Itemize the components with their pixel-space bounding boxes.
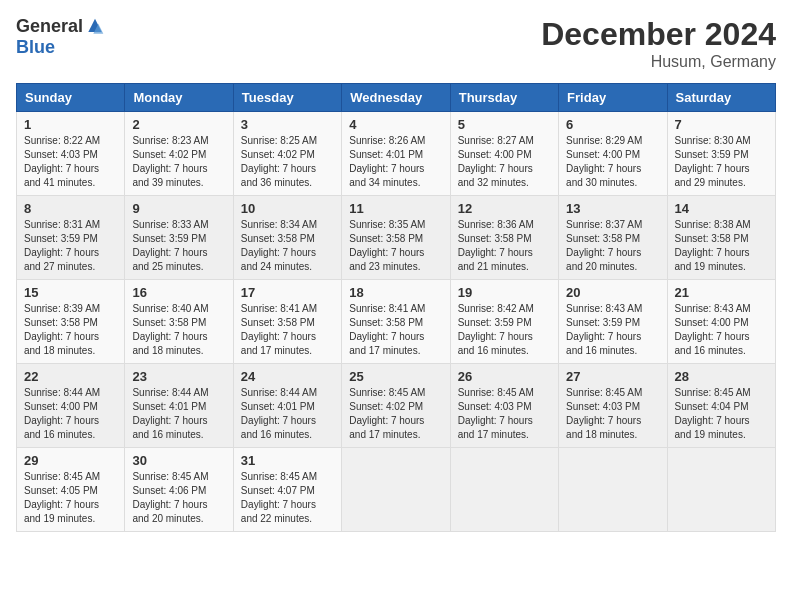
calendar-cell: 7 Sunrise: 8:30 AM Sunset: 3:59 PM Dayli… — [667, 112, 775, 196]
day-number: 22 — [24, 369, 117, 384]
day-info: Sunrise: 8:40 AM Sunset: 3:58 PM Dayligh… — [132, 302, 225, 358]
calendar-cell: 22 Sunrise: 8:44 AM Sunset: 4:00 PM Dayl… — [17, 364, 125, 448]
day-number: 13 — [566, 201, 659, 216]
day-info: Sunrise: 8:33 AM Sunset: 3:59 PM Dayligh… — [132, 218, 225, 274]
logo-general-text: General — [16, 16, 83, 37]
calendar-cell: 30 Sunrise: 8:45 AM Sunset: 4:06 PM Dayl… — [125, 448, 233, 532]
weekday-header-tuesday: Tuesday — [233, 84, 341, 112]
calendar-cell — [342, 448, 450, 532]
calendar-cell — [450, 448, 558, 532]
weekday-header-monday: Monday — [125, 84, 233, 112]
calendar-cell: 20 Sunrise: 8:43 AM Sunset: 3:59 PM Dayl… — [559, 280, 667, 364]
day-info: Sunrise: 8:26 AM Sunset: 4:01 PM Dayligh… — [349, 134, 442, 190]
calendar-cell: 25 Sunrise: 8:45 AM Sunset: 4:02 PM Dayl… — [342, 364, 450, 448]
calendar-cell: 4 Sunrise: 8:26 AM Sunset: 4:01 PM Dayli… — [342, 112, 450, 196]
calendar-cell: 29 Sunrise: 8:45 AM Sunset: 4:05 PM Dayl… — [17, 448, 125, 532]
day-info: Sunrise: 8:45 AM Sunset: 4:03 PM Dayligh… — [458, 386, 551, 442]
calendar-week-4: 22 Sunrise: 8:44 AM Sunset: 4:00 PM Dayl… — [17, 364, 776, 448]
day-number: 25 — [349, 369, 442, 384]
calendar-cell: 24 Sunrise: 8:44 AM Sunset: 4:01 PM Dayl… — [233, 364, 341, 448]
calendar-cell: 9 Sunrise: 8:33 AM Sunset: 3:59 PM Dayli… — [125, 196, 233, 280]
day-number: 14 — [675, 201, 768, 216]
calendar-cell: 1 Sunrise: 8:22 AM Sunset: 4:03 PM Dayli… — [17, 112, 125, 196]
page-header: General Blue December 2024 Husum, German… — [16, 16, 776, 71]
day-number: 27 — [566, 369, 659, 384]
day-info: Sunrise: 8:27 AM Sunset: 4:00 PM Dayligh… — [458, 134, 551, 190]
day-number: 16 — [132, 285, 225, 300]
day-info: Sunrise: 8:42 AM Sunset: 3:59 PM Dayligh… — [458, 302, 551, 358]
calendar-cell — [667, 448, 775, 532]
day-info: Sunrise: 8:44 AM Sunset: 4:00 PM Dayligh… — [24, 386, 117, 442]
calendar-week-1: 1 Sunrise: 8:22 AM Sunset: 4:03 PM Dayli… — [17, 112, 776, 196]
day-info: Sunrise: 8:43 AM Sunset: 3:59 PM Dayligh… — [566, 302, 659, 358]
day-info: Sunrise: 8:44 AM Sunset: 4:01 PM Dayligh… — [132, 386, 225, 442]
day-info: Sunrise: 8:22 AM Sunset: 4:03 PM Dayligh… — [24, 134, 117, 190]
weekday-header-wednesday: Wednesday — [342, 84, 450, 112]
day-info: Sunrise: 8:44 AM Sunset: 4:01 PM Dayligh… — [241, 386, 334, 442]
day-info: Sunrise: 8:45 AM Sunset: 4:04 PM Dayligh… — [675, 386, 768, 442]
logo: General Blue — [16, 16, 105, 58]
day-info: Sunrise: 8:25 AM Sunset: 4:02 PM Dayligh… — [241, 134, 334, 190]
day-number: 17 — [241, 285, 334, 300]
calendar-cell: 14 Sunrise: 8:38 AM Sunset: 3:58 PM Dayl… — [667, 196, 775, 280]
calendar-cell: 26 Sunrise: 8:45 AM Sunset: 4:03 PM Dayl… — [450, 364, 558, 448]
calendar-cell: 10 Sunrise: 8:34 AM Sunset: 3:58 PM Dayl… — [233, 196, 341, 280]
day-number: 21 — [675, 285, 768, 300]
weekday-header-thursday: Thursday — [450, 84, 558, 112]
day-number: 29 — [24, 453, 117, 468]
title-area: December 2024 Husum, Germany — [541, 16, 776, 71]
weekday-header-sunday: Sunday — [17, 84, 125, 112]
calendar-cell: 8 Sunrise: 8:31 AM Sunset: 3:59 PM Dayli… — [17, 196, 125, 280]
day-number: 24 — [241, 369, 334, 384]
day-number: 5 — [458, 117, 551, 132]
logo-icon — [85, 17, 105, 37]
day-number: 18 — [349, 285, 442, 300]
weekday-header-row: SundayMondayTuesdayWednesdayThursdayFrid… — [17, 84, 776, 112]
day-number: 26 — [458, 369, 551, 384]
calendar-cell: 16 Sunrise: 8:40 AM Sunset: 3:58 PM Dayl… — [125, 280, 233, 364]
day-number: 30 — [132, 453, 225, 468]
calendar-cell: 18 Sunrise: 8:41 AM Sunset: 3:58 PM Dayl… — [342, 280, 450, 364]
day-number: 7 — [675, 117, 768, 132]
month-title: December 2024 — [541, 16, 776, 53]
day-info: Sunrise: 8:36 AM Sunset: 3:58 PM Dayligh… — [458, 218, 551, 274]
calendar-cell: 17 Sunrise: 8:41 AM Sunset: 3:58 PM Dayl… — [233, 280, 341, 364]
day-info: Sunrise: 8:45 AM Sunset: 4:05 PM Dayligh… — [24, 470, 117, 526]
day-info: Sunrise: 8:23 AM Sunset: 4:02 PM Dayligh… — [132, 134, 225, 190]
day-info: Sunrise: 8:34 AM Sunset: 3:58 PM Dayligh… — [241, 218, 334, 274]
calendar-table: SundayMondayTuesdayWednesdayThursdayFrid… — [16, 83, 776, 532]
day-number: 31 — [241, 453, 334, 468]
weekday-header-saturday: Saturday — [667, 84, 775, 112]
calendar-cell: 3 Sunrise: 8:25 AM Sunset: 4:02 PM Dayli… — [233, 112, 341, 196]
day-info: Sunrise: 8:45 AM Sunset: 4:03 PM Dayligh… — [566, 386, 659, 442]
day-info: Sunrise: 8:38 AM Sunset: 3:58 PM Dayligh… — [675, 218, 768, 274]
day-info: Sunrise: 8:37 AM Sunset: 3:58 PM Dayligh… — [566, 218, 659, 274]
day-number: 3 — [241, 117, 334, 132]
day-number: 6 — [566, 117, 659, 132]
calendar-cell: 6 Sunrise: 8:29 AM Sunset: 4:00 PM Dayli… — [559, 112, 667, 196]
day-info: Sunrise: 8:43 AM Sunset: 4:00 PM Dayligh… — [675, 302, 768, 358]
day-info: Sunrise: 8:30 AM Sunset: 3:59 PM Dayligh… — [675, 134, 768, 190]
day-number: 12 — [458, 201, 551, 216]
calendar-cell: 23 Sunrise: 8:44 AM Sunset: 4:01 PM Dayl… — [125, 364, 233, 448]
day-info: Sunrise: 8:45 AM Sunset: 4:02 PM Dayligh… — [349, 386, 442, 442]
logo-blue-text: Blue — [16, 37, 55, 58]
day-info: Sunrise: 8:41 AM Sunset: 3:58 PM Dayligh… — [241, 302, 334, 358]
day-number: 11 — [349, 201, 442, 216]
day-number: 1 — [24, 117, 117, 132]
calendar-cell: 11 Sunrise: 8:35 AM Sunset: 3:58 PM Dayl… — [342, 196, 450, 280]
day-info: Sunrise: 8:41 AM Sunset: 3:58 PM Dayligh… — [349, 302, 442, 358]
day-number: 23 — [132, 369, 225, 384]
day-info: Sunrise: 8:39 AM Sunset: 3:58 PM Dayligh… — [24, 302, 117, 358]
calendar-cell — [559, 448, 667, 532]
weekday-header-friday: Friday — [559, 84, 667, 112]
calendar-cell: 2 Sunrise: 8:23 AM Sunset: 4:02 PM Dayli… — [125, 112, 233, 196]
day-info: Sunrise: 8:45 AM Sunset: 4:07 PM Dayligh… — [241, 470, 334, 526]
day-info: Sunrise: 8:31 AM Sunset: 3:59 PM Dayligh… — [24, 218, 117, 274]
calendar-cell: 12 Sunrise: 8:36 AM Sunset: 3:58 PM Dayl… — [450, 196, 558, 280]
day-info: Sunrise: 8:29 AM Sunset: 4:00 PM Dayligh… — [566, 134, 659, 190]
day-number: 20 — [566, 285, 659, 300]
calendar-cell: 19 Sunrise: 8:42 AM Sunset: 3:59 PM Dayl… — [450, 280, 558, 364]
day-number: 8 — [24, 201, 117, 216]
calendar-cell: 13 Sunrise: 8:37 AM Sunset: 3:58 PM Dayl… — [559, 196, 667, 280]
